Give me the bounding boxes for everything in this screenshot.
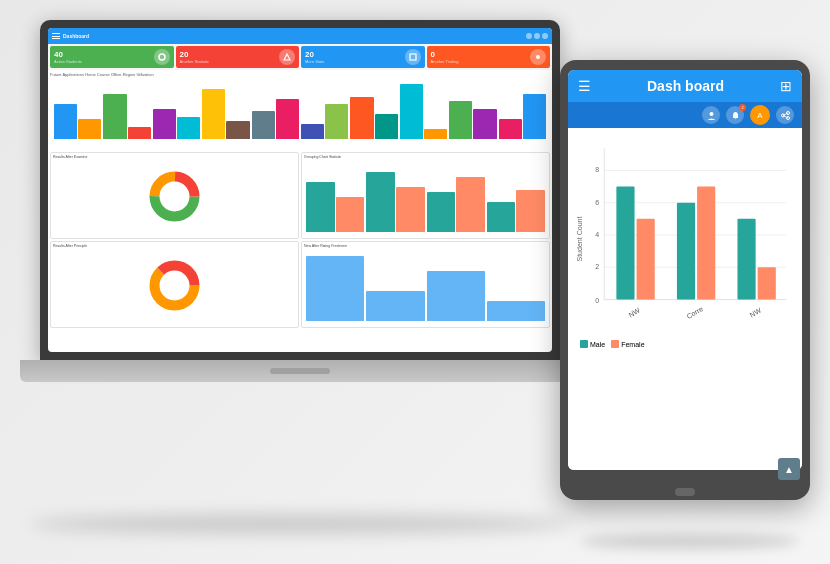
stat-value-1: 40 xyxy=(54,50,82,59)
stat-label-3: More Stats xyxy=(305,59,324,64)
tablet-chart-area: 0 2 4 6 8 Student Count xyxy=(568,128,802,470)
legend-male: Male xyxy=(580,340,605,348)
bar-10a xyxy=(499,119,522,139)
laptop-device: Dashboard 40 Active Students xyxy=(20,20,580,440)
laptop-donut-1 xyxy=(53,161,296,232)
tablet-bell-icon[interactable]: 2 xyxy=(726,106,744,124)
tablet-share-icon[interactable] xyxy=(776,106,794,124)
svg-text:0: 0 xyxy=(595,297,599,304)
bar-5b xyxy=(276,99,299,139)
laptop-base xyxy=(20,360,580,382)
bar-group-6 xyxy=(301,104,348,139)
bar-7a xyxy=(350,97,373,139)
laptop-bar-chart xyxy=(50,79,550,139)
laptop-bar-chart-4 xyxy=(304,250,547,321)
tablet-chart-legend: Male Female xyxy=(574,338,796,350)
mini-bar-2-8 xyxy=(516,190,545,232)
laptop-stats-row: 40 Active Students 20 Another Statistic xyxy=(48,44,552,70)
bar-9b xyxy=(473,109,496,139)
laptop-chart-cell-4: New After Rating Freshmen xyxy=(301,241,550,328)
svg-rect-31 xyxy=(677,203,695,300)
bar-group-5 xyxy=(252,99,299,139)
stat-value-3: 20 xyxy=(305,50,324,59)
bar-5a xyxy=(252,111,275,139)
tablet-bezel: ☰ Dash board ⊞ 2 A xyxy=(560,60,810,500)
legend-male-dot xyxy=(580,340,588,348)
legend-male-label: Male xyxy=(590,341,605,348)
laptop-header-icon-1 xyxy=(526,33,532,39)
mini-bar-2-7 xyxy=(487,202,516,232)
bar-group-10 xyxy=(499,94,546,139)
svg-rect-32 xyxy=(697,187,715,300)
tablet-avatar[interactable]: A xyxy=(750,105,770,125)
laptop-chart-cell-3: Results After Principle xyxy=(50,241,299,328)
stat-card-4: 0 Another Trailing xyxy=(427,46,551,68)
scroll-up-button[interactable]: ▲ xyxy=(778,458,800,470)
svg-text:6: 6 xyxy=(595,199,599,206)
stat-icon-3 xyxy=(405,49,421,65)
svg-rect-1 xyxy=(410,54,416,60)
laptop-main-chart: Future Applications Home Course Office-R… xyxy=(48,70,552,150)
tablet-person-icon[interactable] xyxy=(702,106,720,124)
bar-group-3 xyxy=(153,109,200,139)
laptop-charts-grid: Results After Examine Grouping Chart Sta… xyxy=(48,150,552,330)
laptop-dash-header: Dashboard xyxy=(48,28,552,44)
svg-text:NW: NW xyxy=(627,306,641,318)
bar-8a xyxy=(400,84,423,139)
bar-4b xyxy=(226,121,249,139)
laptop-screen: Dashboard 40 Active Students xyxy=(48,28,552,352)
tablet-home-button[interactable] xyxy=(675,488,695,496)
svg-text:NW: NW xyxy=(749,306,763,318)
svg-rect-30 xyxy=(637,219,655,300)
laptop-main-chart-title: Future Applications Home Course Office-R… xyxy=(50,72,550,77)
mini-bar-4-4 xyxy=(487,301,545,321)
svg-point-6 xyxy=(161,183,189,211)
stat-value-2: 20 xyxy=(180,50,209,59)
bar-1b xyxy=(78,119,101,139)
laptop-bar-chart-2 xyxy=(304,161,547,232)
tablet-device: ☰ Dash board ⊞ 2 A xyxy=(560,60,810,500)
laptop-chart-4-title: New After Rating Freshmen xyxy=(304,244,547,248)
legend-female-label: Female xyxy=(621,341,644,348)
bar-group-9 xyxy=(449,101,496,139)
mini-bar-2-5 xyxy=(427,192,456,232)
bar-group-4 xyxy=(202,89,249,139)
bar-group-1 xyxy=(54,104,101,139)
svg-text:8: 8 xyxy=(595,166,599,173)
svg-text:4: 4 xyxy=(595,231,599,238)
stat-label-1: Active Students xyxy=(54,59,82,64)
bar-2b xyxy=(128,127,151,139)
mini-bar-4-1 xyxy=(306,256,364,321)
bar-1a xyxy=(54,104,77,139)
bar-9a xyxy=(449,101,472,139)
tablet-menu-icon[interactable]: ☰ xyxy=(578,78,591,94)
laptop-header-icon-3 xyxy=(542,33,548,39)
stat-value-4: 0 xyxy=(431,50,459,59)
bar-10b xyxy=(523,94,546,139)
bar-group-7 xyxy=(350,97,397,139)
bar-group-2 xyxy=(103,94,150,139)
stat-label-4: Another Trailing xyxy=(431,59,459,64)
laptop-chart-2-title: Grouping Chart Statistic xyxy=(304,155,547,159)
stat-label-2: Another Statistic xyxy=(180,59,209,64)
svg-rect-29 xyxy=(616,187,634,300)
laptop-donut-2 xyxy=(53,250,296,321)
laptop-chart-cell-1: Results After Examine xyxy=(50,152,299,239)
bar-3a xyxy=(153,109,176,139)
tablet-toolbar: 2 A xyxy=(568,102,802,128)
mini-bar-4-2 xyxy=(366,291,424,321)
stat-card-3: 20 More Stats xyxy=(301,46,425,68)
stat-icon-4 xyxy=(530,49,546,65)
tablet-grid-icon[interactable]: ⊞ xyxy=(780,78,792,94)
laptop-dash-title: Dashboard xyxy=(63,33,89,39)
stat-card-1: 40 Active Students xyxy=(50,46,174,68)
bar-2a xyxy=(103,94,126,139)
mini-bar-2-1 xyxy=(306,182,335,232)
notification-badge: 2 xyxy=(739,104,746,111)
svg-rect-33 xyxy=(737,219,755,300)
laptop-menu-icon xyxy=(52,33,60,39)
tablet-title: Dash board xyxy=(647,78,724,94)
tablet-bar-chart-svg: 0 2 4 6 8 Student Count xyxy=(574,134,796,334)
mini-bar-2-4 xyxy=(396,187,425,232)
mini-bar-2-2 xyxy=(336,197,365,232)
